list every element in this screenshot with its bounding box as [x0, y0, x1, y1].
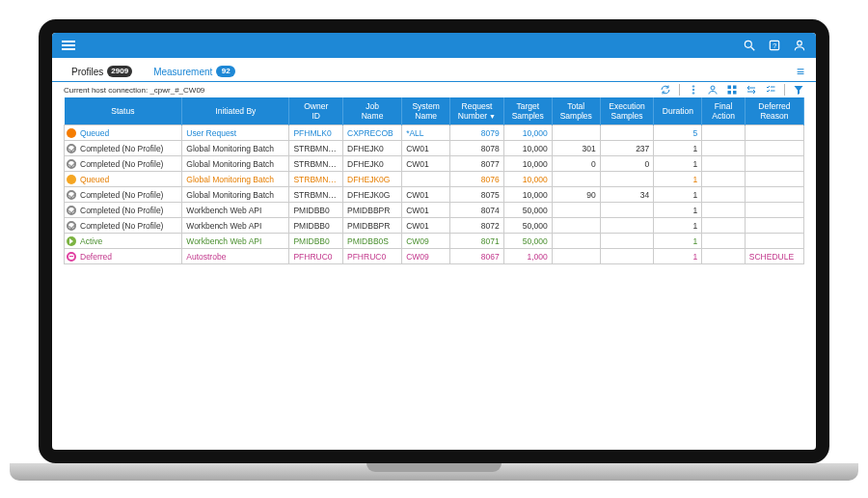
job-name-cell: CXPRECOB: [343, 125, 402, 141]
system-name-cell: [402, 172, 450, 187]
final-action-cell: [702, 156, 745, 172]
col-deferred-reason[interactable]: Deferred Reason: [745, 97, 803, 125]
initiated-by-cell: Workbench Web API: [182, 234, 289, 249]
table-row[interactable]: DeferredAutostrobePFHRUC0PFHRUC0CW098067…: [65, 249, 804, 264]
deferred-reason-cell: [745, 234, 803, 249]
svg-point-8: [711, 86, 715, 90]
svg-rect-12: [733, 91, 737, 95]
owner-id-cell: STRBMNAS: [289, 187, 343, 203]
total-samples-cell: [552, 203, 600, 218]
status-icon: [67, 236, 76, 246]
compare-icon[interactable]: [746, 84, 757, 96]
final-action-cell: [702, 249, 745, 264]
status-text: Queued: [80, 128, 109, 138]
owner-id-cell: PFHMLK0: [289, 125, 343, 141]
status-cell: Completed (No Profile): [65, 218, 182, 234]
svg-text:?: ?: [773, 42, 776, 49]
status-cell: Completed (No Profile): [65, 156, 182, 172]
owner-id-cell: STRBMNAS: [289, 156, 343, 172]
search-icon[interactable]: [743, 39, 756, 52]
tab-profiles[interactable]: Profiles 2909: [64, 62, 140, 81]
refresh-icon[interactable]: [660, 84, 671, 96]
tab-profiles-badge: 2909: [107, 66, 132, 77]
status-icon: [67, 175, 76, 184]
svg-point-4: [798, 41, 802, 45]
grid-icon[interactable]: [726, 84, 738, 96]
table-body: QueuedUser RequestPFHMLK0CXPRECOB*ALL807…: [65, 125, 804, 264]
col-owner-id[interactable]: Owner ID: [289, 97, 343, 125]
table-row[interactable]: Completed (No Profile)Global Monitoring …: [65, 187, 804, 203]
final-action-cell: [702, 218, 745, 234]
execution-samples-cell: [600, 125, 654, 141]
total-samples-cell: [552, 249, 600, 264]
col-job-name[interactable]: Job Name: [343, 97, 402, 125]
table-row[interactable]: Completed (No Profile)Global Monitoring …: [65, 141, 804, 156]
final-action-cell: [702, 141, 745, 156]
request-number-cell: 8077: [450, 156, 504, 172]
table-toolbar: [660, 84, 804, 96]
status-cell: Completed (No Profile): [65, 141, 182, 156]
menu-icon[interactable]: [62, 41, 75, 50]
tab-overflow-icon[interactable]: ≡: [797, 64, 804, 79]
duration-cell: 1: [654, 156, 702, 172]
deferred-reason-cell: [745, 203, 803, 218]
system-name-cell: CW09: [402, 234, 450, 249]
duration-cell: 1: [654, 234, 702, 249]
duration-cell: 1: [654, 218, 702, 234]
system-name-cell: *ALL: [402, 125, 450, 141]
initiated-by-cell: Global Monitoring Batch: [182, 187, 289, 203]
tab-bar: Profiles 2909 Measurement 92 ≡: [52, 58, 816, 82]
total-samples-cell: [552, 125, 600, 141]
status-icon: [67, 206, 76, 215]
col-status[interactable]: Status: [65, 97, 182, 125]
execution-samples-cell: 34: [600, 187, 654, 203]
job-name-cell: PMIDBB0S: [343, 234, 402, 249]
target-samples-cell: 1,000: [503, 249, 552, 264]
col-request-number[interactable]: Request Number▼: [450, 97, 504, 125]
user-small-icon[interactable]: [707, 84, 719, 96]
tab-measurement-label: Measurement: [153, 67, 212, 77]
request-number-cell: 8078: [450, 141, 504, 156]
table-row[interactable]: Completed (No Profile)Workbench Web APIP…: [65, 203, 804, 218]
tab-measurement[interactable]: Measurement 92: [146, 62, 243, 81]
col-system-name[interactable]: System Name: [402, 97, 450, 125]
filter-icon[interactable]: [793, 84, 804, 96]
col-target-samples[interactable]: Target Samples: [503, 97, 552, 125]
table-row[interactable]: ActiveWorkbench Web APIPMIDBB0PMIDBB0SCW…: [65, 234, 804, 249]
list-check-icon[interactable]: [765, 84, 776, 96]
col-total-samples[interactable]: Total Samples: [552, 97, 600, 125]
total-samples-cell: [552, 218, 600, 234]
col-final-action[interactable]: Final Action: [702, 97, 745, 125]
deferred-reason-cell: [745, 125, 803, 141]
duration-cell: 1: [654, 172, 702, 187]
target-samples-cell: 10,000: [503, 156, 552, 172]
execution-samples-cell: [600, 218, 654, 234]
col-duration[interactable]: Duration: [654, 97, 702, 125]
user-icon[interactable]: [793, 39, 806, 52]
target-samples-cell: 10,000: [503, 187, 552, 203]
svg-rect-9: [728, 86, 732, 90]
owner-id-cell: PMIDBB0: [289, 234, 343, 249]
table-row[interactable]: QueuedGlobal Monitoring BatchSTRBMNASDFH…: [65, 172, 804, 187]
initiated-by-cell: Global Monitoring Batch: [182, 156, 289, 172]
more-icon[interactable]: [688, 84, 699, 96]
request-number-cell: 8067: [450, 249, 504, 264]
table-container: Status Initiated By Owner ID Job Name Sy…: [52, 97, 816, 268]
app-bar: ?: [52, 33, 816, 58]
status-cell: Deferred: [65, 249, 182, 264]
table-row[interactable]: QueuedUser RequestPFHMLK0CXPRECOB*ALL807…: [65, 125, 804, 141]
col-initiated-by[interactable]: Initiated By: [182, 97, 289, 125]
request-number-cell: 8072: [450, 218, 504, 234]
table-row[interactable]: Completed (No Profile)Workbench Web APIP…: [65, 218, 804, 234]
owner-id-cell: PMIDBB0: [289, 203, 343, 218]
status-text: Completed (No Profile): [80, 159, 163, 169]
laptop-base: [10, 463, 858, 481]
help-icon[interactable]: ?: [768, 39, 781, 52]
table-row[interactable]: Completed (No Profile)Global Monitoring …: [65, 156, 804, 172]
deferred-reason-cell: [745, 156, 803, 172]
duration-cell: 1: [654, 203, 702, 218]
duration-cell: 5: [654, 125, 702, 141]
col-execution-samples[interactable]: Execution Samples: [600, 97, 654, 125]
target-samples-cell: 10,000: [503, 125, 552, 141]
status-icon: [67, 190, 76, 200]
